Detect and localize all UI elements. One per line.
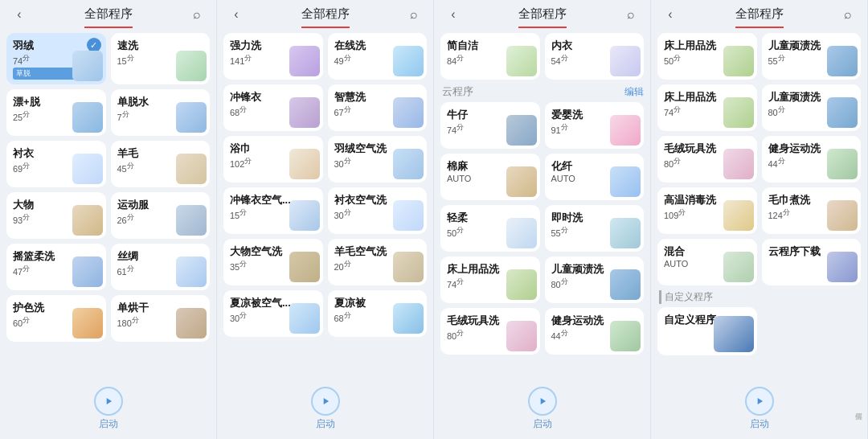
program-item[interactable]: 棉麻AUTO: [440, 154, 540, 200]
search-icon-3[interactable]: ⌕: [621, 7, 641, 22]
program-item[interactable]: 漂+脱25分: [6, 89, 106, 136]
program-item[interactable]: 冲锋衣68分: [223, 84, 323, 131]
program-thumbnail: [723, 200, 754, 231]
program-thumbnail: [506, 115, 537, 146]
program-thumbnail: [393, 97, 424, 128]
custom-program-item[interactable]: 自定义程序: [657, 307, 757, 355]
program-thumbnail: [176, 154, 207, 184]
back-icon-1[interactable]: ‹: [10, 7, 29, 22]
program-item[interactable]: 速洗15分: [111, 33, 211, 84]
svg-marker-3: [757, 398, 762, 404]
panel-2-bottom: 启动: [217, 380, 433, 439]
program-item[interactable]: 简自洁84分: [440, 33, 540, 80]
program-item[interactable]: 夏凉被空气...30分: [223, 290, 323, 337]
edit-button-3[interactable]: 编辑: [624, 85, 644, 99]
back-icon-4[interactable]: ‹: [661, 7, 680, 22]
program-item[interactable]: 健身运动洗44分: [762, 136, 862, 183]
program-item[interactable]: 化纤AUTO: [545, 154, 645, 200]
program-thumbnail: [827, 149, 858, 179]
program-thumbnail: [723, 97, 754, 128]
program-item[interactable]: 丝绸61分: [111, 244, 211, 290]
program-item[interactable]: 冲锋衣空气...15分: [223, 187, 323, 234]
program-item[interactable]: 羽绒74分草脱: [6, 33, 106, 84]
back-icon-2[interactable]: ‹: [227, 7, 246, 22]
panel-2-scroll: 强力洗141分在线洗49分冲锋衣68分智慧洗67分浴巾102分羽绒空气洗30分冲…: [217, 28, 433, 380]
program-item[interactable]: 高温消毒洗109分: [657, 187, 757, 234]
program-item[interactable]: 毛绒玩具洗80分: [440, 308, 540, 355]
program-item[interactable]: 单烘干180分: [111, 295, 211, 342]
program-item[interactable]: 床上用品洗74分: [657, 84, 757, 131]
panel-1-scroll: 羽绒74分草脱速洗15分漂+脱25分单脱水7分衬衣69分羊毛45分大物93分运动…: [0, 28, 216, 380]
program-item[interactable]: 运动服26分: [111, 192, 211, 239]
program-thumbnail: [610, 321, 641, 351]
program-item[interactable]: 儿童顽渍洗80分: [545, 256, 645, 303]
program-thumbnail: [176, 51, 207, 81]
program-thumbnail: [393, 252, 424, 282]
panel-2-header: ‹ 全部程序 ⌕: [217, 0, 433, 27]
program-item[interactable]: 单脱水7分: [111, 89, 211, 136]
program-item[interactable]: 浴巾102分: [223, 136, 323, 183]
search-icon-4[interactable]: ⌕: [838, 7, 858, 22]
svg-marker-0: [106, 398, 111, 404]
start-button-1[interactable]: [94, 387, 123, 416]
program-item[interactable]: 床上用品洗74分: [440, 256, 540, 303]
program-item[interactable]: 床上用品洗50分: [657, 33, 757, 80]
program-item[interactable]: 摇篮柔洗47分: [6, 244, 106, 290]
panel-3-section: 云程序 编辑: [442, 84, 644, 99]
program-item[interactable]: 儿童顽渍洗55分: [762, 33, 862, 80]
panel-4-header: ‹ 全部程序 ⌕: [651, 0, 867, 27]
program-item[interactable]: 大物空气洗35分: [223, 239, 323, 285]
program-thumbnail: [289, 149, 320, 179]
program-item[interactable]: 健身运动洗44分: [545, 308, 645, 355]
program-thumbnail: [72, 154, 103, 184]
program-item[interactable]: 毛巾煮洗124分: [762, 187, 862, 234]
program-item[interactable]: 夏凉被68分: [328, 290, 428, 337]
program-item[interactable]: 羊毛空气洗20分: [328, 239, 428, 285]
start-label-4: 启动: [750, 417, 769, 431]
panel-1: ‹ 全部程序 ⌕ 羽绒74分草脱速洗15分漂+脱25分单脱水7分衬衣69分羊毛4…: [0, 0, 217, 439]
program-item[interactable]: 羊毛45分: [111, 141, 211, 187]
program-item[interactable]: 在线洗49分: [328, 33, 428, 80]
program-item[interactable]: 轻柔50分: [440, 205, 540, 252]
panel-4-custom-grid: 自定义程序: [657, 307, 861, 355]
program-thumbnail: [289, 97, 320, 128]
search-icon-2[interactable]: ⌕: [404, 7, 424, 22]
program-item[interactable]: 即时洗55分: [545, 205, 645, 252]
program-thumbnail: [827, 46, 858, 76]
program-item[interactable]: 内衣54分: [545, 33, 645, 80]
program-item[interactable]: 毛绒玩具洗80分: [657, 136, 757, 183]
program-item[interactable]: 衬衣69分: [6, 141, 106, 187]
program-thumbnail: [610, 166, 641, 197]
custom-program-thumbnail: [714, 316, 754, 352]
program-item[interactable]: 智慧洗67分: [328, 84, 428, 131]
program-item[interactable]: 云程序下载: [762, 239, 862, 285]
panel-4-bottom: 启动: [651, 380, 867, 439]
program-item[interactable]: 强力洗141分: [223, 33, 323, 80]
program-item[interactable]: 衬衣空气洗30分: [328, 187, 428, 234]
program-thumbnail: [176, 308, 207, 338]
program-item[interactable]: 儿童顽渍洗80分: [762, 84, 862, 131]
panel-3-cloud-grid: 牛仔74分爱婴洗91分棉麻AUTO化纤AUTO轻柔50分即时洗55分床上用品洗7…: [440, 102, 644, 355]
panel-3-title: 全部程序: [463, 6, 621, 22]
start-button-3[interactable]: [528, 387, 557, 416]
program-item[interactable]: 大物93分: [6, 192, 106, 239]
program-item[interactable]: 护色洗60分: [6, 295, 106, 342]
program-thumbnail: [827, 252, 858, 282]
search-icon-1[interactable]: ⌕: [187, 7, 207, 22]
program-name: 速洗: [117, 39, 204, 52]
start-button-4[interactable]: [745, 387, 774, 416]
program-thumbnail: [72, 102, 103, 133]
program-item[interactable]: 混合AUTO: [657, 239, 757, 285]
program-item[interactable]: 牛仔74分: [440, 102, 540, 149]
panel-2-grid: 强力洗141分在线洗49分冲锋衣68分智慧洗67分浴巾102分羽绒空气洗30分冲…: [223, 33, 427, 337]
program-thumbnail: [289, 200, 320, 231]
start-button-2[interactable]: [311, 387, 340, 416]
panel-1-bottom: 启动: [0, 380, 216, 439]
program-thumbnail: [176, 205, 207, 236]
back-icon-3[interactable]: ‹: [444, 7, 463, 22]
program-item[interactable]: 爱婴洗91分: [545, 102, 645, 149]
program-thumbnail: [723, 149, 754, 179]
panel-3: ‹ 全部程序 ⌕ 简自洁84分内衣54分 云程序 编辑 牛仔74分爱婴洗91分棉…: [434, 0, 651, 439]
program-thumbnail: [610, 218, 641, 248]
program-item[interactable]: 羽绒空气洗30分: [328, 136, 428, 183]
